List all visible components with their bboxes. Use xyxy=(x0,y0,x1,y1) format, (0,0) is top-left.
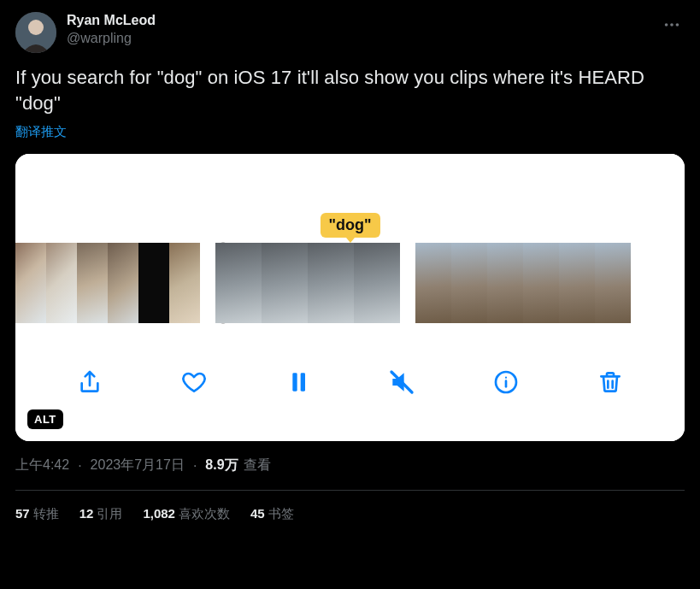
thumb xyxy=(487,243,523,323)
tweet-container: Ryan McLeod @warpling If you search for … xyxy=(0,0,700,589)
clip-group-3[interactable] xyxy=(415,243,631,323)
svg-point-1 xyxy=(28,20,44,35)
quotes-stat[interactable]: 12引用 xyxy=(79,506,123,522)
share-icon xyxy=(76,368,103,396)
caption-chip: "dog" xyxy=(320,213,379,238)
pause-icon xyxy=(285,368,312,396)
svg-point-2 xyxy=(665,23,668,27)
svg-point-4 xyxy=(676,23,679,27)
more-button[interactable] xyxy=(659,12,685,40)
trash-icon xyxy=(597,368,624,396)
share-button[interactable] xyxy=(71,363,109,401)
bookmarks-stat[interactable]: 45书签 xyxy=(250,506,294,522)
separator-dot xyxy=(74,458,85,474)
retweets-stat[interactable]: 57转推 xyxy=(15,506,59,522)
retweets-label: 转推 xyxy=(33,506,59,521)
svg-rect-5 xyxy=(292,374,297,392)
media-header-area: "dog" xyxy=(15,154,685,243)
thumb xyxy=(262,243,308,323)
media-attachment[interactable]: "dog" xyxy=(15,154,685,441)
display-name[interactable]: Ryan McLeod xyxy=(67,12,156,30)
more-icon xyxy=(662,15,681,34)
views-count[interactable]: 8.9万 xyxy=(205,456,238,474)
thumb xyxy=(15,243,46,323)
media-toolbar xyxy=(15,323,685,441)
pause-button[interactable] xyxy=(279,363,317,401)
heart-icon xyxy=(180,368,208,396)
svg-point-10 xyxy=(505,377,507,379)
stats-row: 57转推 12引用 1,082喜欢次数 45书签 xyxy=(15,506,685,522)
quotes-count: 12 xyxy=(79,506,94,521)
quotes-label: 引用 xyxy=(97,506,122,521)
thumb xyxy=(523,243,559,323)
alt-badge[interactable]: ALT xyxy=(27,409,63,429)
thumb xyxy=(415,243,451,323)
translate-link[interactable]: 翻译推文 xyxy=(15,124,67,140)
thumb xyxy=(108,243,138,323)
tweet-time[interactable]: 上午4:42 xyxy=(15,456,69,474)
thumb xyxy=(451,243,487,323)
trash-button[interactable] xyxy=(591,363,629,401)
info-button[interactable] xyxy=(487,363,525,401)
tweet-meta: 上午4:42 2023年7月17日 8.9万 查看 xyxy=(15,456,685,474)
thumb xyxy=(308,243,354,323)
bookmarks-count: 45 xyxy=(250,506,265,521)
likes-count: 1,082 xyxy=(143,506,175,521)
like-button[interactable] xyxy=(175,363,213,401)
thumb xyxy=(595,243,631,323)
video-timeline-strip[interactable] xyxy=(15,243,685,323)
tweet-text: If you search for "dog" on iOS 17 it'll … xyxy=(15,65,685,115)
views-label: 查看 xyxy=(244,456,271,474)
thumb xyxy=(46,243,77,323)
mute-button[interactable] xyxy=(383,363,421,401)
avatar-image xyxy=(15,12,56,53)
tweet-date[interactable]: 2023年7月17日 xyxy=(91,456,185,474)
tweet-header: Ryan McLeod @warpling xyxy=(15,12,685,53)
mute-icon xyxy=(388,368,415,396)
thumb xyxy=(354,243,400,323)
thumb xyxy=(169,243,200,323)
clip-group-2[interactable] xyxy=(215,243,400,323)
thumb xyxy=(138,243,169,323)
info-icon xyxy=(492,368,520,396)
thumb xyxy=(559,243,595,323)
svg-point-3 xyxy=(670,23,674,27)
avatar[interactable] xyxy=(15,12,56,53)
divider xyxy=(15,490,685,491)
retweets-count: 57 xyxy=(15,506,30,521)
clip-group-1[interactable] xyxy=(15,243,200,323)
svg-rect-6 xyxy=(300,374,304,392)
handle[interactable]: @warpling xyxy=(67,30,156,48)
author-block: Ryan McLeod @warpling xyxy=(67,12,156,48)
separator-dot xyxy=(190,458,200,474)
likes-label: 喜欢次数 xyxy=(179,506,230,521)
likes-stat[interactable]: 1,082喜欢次数 xyxy=(143,506,230,522)
bookmarks-label: 书签 xyxy=(268,506,294,521)
thumb xyxy=(215,243,262,323)
thumb xyxy=(77,243,108,323)
